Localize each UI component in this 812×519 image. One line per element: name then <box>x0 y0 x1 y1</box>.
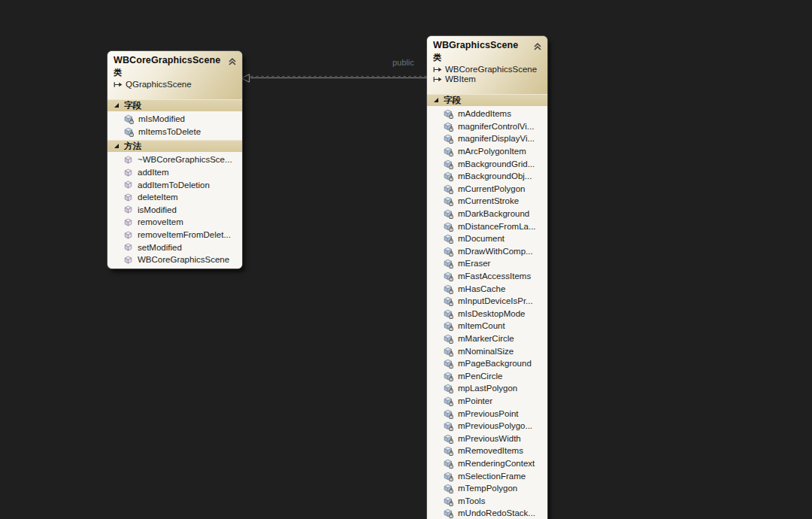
field-row[interactable]: mPenCircle <box>427 369 547 382</box>
field-row[interactable]: mHasCache <box>427 282 547 295</box>
class-box-wbgraphicsscene[interactable]: WBGraphicsScene 类 WBCoreGraphicsScene <box>427 36 547 519</box>
field-row[interactable]: mPreviousPolygo... <box>427 420 547 432</box>
member-label: mFastAccessItems <box>458 272 531 281</box>
field-row[interactable]: mPreviousPoint <box>427 407 547 420</box>
field-icon <box>443 346 453 357</box>
field-row[interactable]: mUndoRedoStack... <box>427 507 547 519</box>
field-row[interactable]: mDistanceFromLa... <box>427 220 547 232</box>
method-row[interactable]: setModified <box>108 241 242 253</box>
base-class-row[interactable]: QGraphicsScene <box>114 80 238 90</box>
section-header[interactable]: 字段 <box>427 94 547 106</box>
inherits-arrow-icon <box>433 66 442 73</box>
section-label: 字段 <box>444 95 461 106</box>
method-icon <box>123 155 133 165</box>
method-row[interactable]: WBCoreGraphicsScene <box>108 253 242 266</box>
field-row[interactable]: mRenderingContext <box>427 457 547 470</box>
field-row[interactable]: mAddedItems <box>427 108 547 120</box>
member-label: removeItem <box>138 217 183 226</box>
field-row[interactable]: mBackgroundObj... <box>427 170 547 183</box>
field-row[interactable]: mCurrentPolygon <box>427 183 547 196</box>
field-icon <box>443 496 453 506</box>
field-row[interactable]: mDrawWithComp... <box>427 245 547 258</box>
sections: 字段 mAddedItems magniferControlVi... <box>427 94 547 519</box>
field-row[interactable]: mDocument <box>427 232 547 245</box>
field-row[interactable]: mArcPolygonItem <box>427 145 547 158</box>
field-icon <box>443 159 453 169</box>
field-icon <box>443 308 453 319</box>
field-row[interactable]: magniferControlVi... <box>427 120 547 133</box>
member-label: mDocument <box>458 234 504 243</box>
method-icon <box>123 193 133 202</box>
field-row[interactable]: mFastAccessItems <box>427 270 547 283</box>
field-icon <box>443 320 453 331</box>
member-label: mHasCache <box>458 284 505 293</box>
base-class-row[interactable]: WBItem <box>433 74 543 84</box>
member-label: mDrawWithComp... <box>458 247 533 256</box>
field-row[interactable]: mItemCount <box>427 320 547 332</box>
field-icon <box>443 146 453 156</box>
member-label: mCurrentPolygon <box>458 184 525 193</box>
method-row[interactable]: removeItemFromDelet... <box>108 229 242 241</box>
field-row[interactable]: mBackgroundGrid... <box>427 157 547 170</box>
field-row[interactable]: mEraser <box>427 257 547 270</box>
member-label: WBCoreGraphicsScene <box>138 255 229 264</box>
field-icon <box>443 333 453 344</box>
method-row[interactable]: addItemToDeletion <box>108 178 242 191</box>
expanded-triangle-icon <box>114 103 119 108</box>
field-row[interactable]: mTools <box>427 494 547 507</box>
field-icon <box>443 258 453 269</box>
method-row[interactable]: ~WBCoreGraphicsSce... <box>108 153 242 166</box>
method-icon <box>123 180 133 190</box>
class-title: WBGraphicsScene <box>433 40 518 50</box>
field-icon <box>443 408 453 419</box>
field-icon <box>123 126 134 137</box>
field-row[interactable]: mItemsToDelete <box>108 126 242 138</box>
member-label: mPreviousPolygo... <box>458 421 532 430</box>
member-label: mItemCount <box>458 321 505 330</box>
class-stereotype: 类 <box>433 52 543 63</box>
field-row[interactable]: mTempPolygon <box>427 482 547 495</box>
method-row[interactable]: removeItem <box>108 216 242 229</box>
field-row[interactable]: mIsDesktopMode <box>427 308 547 320</box>
inherits-arrow-icon <box>114 81 123 88</box>
field-row[interactable]: mPageBackground <box>427 357 547 370</box>
method-row[interactable]: deleteItem <box>108 191 242 204</box>
field-icon <box>443 458 453 469</box>
field-row[interactable]: mpLastPolygon <box>427 382 547 395</box>
bases-list: WBCoreGraphicsScene WBItem <box>433 65 543 84</box>
field-row[interactable]: mInputDeviceIsPr... <box>427 295 547 308</box>
field-icon <box>443 184 453 194</box>
member-label: deleteItem <box>138 193 178 202</box>
field-row[interactable]: mPointer <box>427 395 547 408</box>
member-label: mPointer <box>458 396 492 405</box>
field-icon <box>443 433 453 444</box>
field-row[interactable]: mNominalSize <box>427 344 547 357</box>
field-row[interactable]: magniferDisplayVi... <box>427 132 547 145</box>
inheritance-connector[interactable] <box>250 77 427 78</box>
field-row[interactable]: mCurrentStroke <box>427 195 547 208</box>
section-header[interactable]: 方法 <box>108 140 242 152</box>
field-icon <box>443 383 453 393</box>
section-header[interactable]: 字段 <box>108 99 242 111</box>
collapse-chevron-icon[interactable] <box>532 41 543 50</box>
member-section: 方法 ~WBCoreGraphicsSce... addItem addItem… <box>108 140 242 268</box>
member-label: mUndoRedoStack... <box>458 508 535 517</box>
method-icon <box>123 242 133 252</box>
field-row[interactable]: mDarkBackground <box>427 208 547 220</box>
field-row[interactable]: mIsModified <box>108 113 242 126</box>
field-row[interactable]: mSelectionFrame <box>427 469 547 482</box>
field-row[interactable]: mRemovedItems <box>427 445 547 457</box>
member-label: mPreviousWidth <box>458 434 521 443</box>
method-row[interactable]: addItem <box>108 166 242 179</box>
field-row[interactable]: mPreviousWidth <box>427 432 547 445</box>
member-label: mArcPolygonItem <box>458 147 526 156</box>
collapse-chevron-icon[interactable] <box>227 56 238 65</box>
inheritance-connector-dash <box>250 76 427 77</box>
method-row[interactable]: isModified <box>108 204 242 217</box>
class-box-wbcoregraphicsscene[interactable]: WBCoreGraphicsScene 类 QGraphicsScene 字段 <box>108 51 242 269</box>
member-list: mIsModified mItemsToDelete <box>108 111 242 140</box>
member-list: ~WBCoreGraphicsSce... addItem addItemToD… <box>108 152 242 268</box>
field-row[interactable]: mMarkerCircle <box>427 332 547 345</box>
base-class-row[interactable]: WBCoreGraphicsScene <box>433 65 543 74</box>
method-icon <box>123 217 133 227</box>
